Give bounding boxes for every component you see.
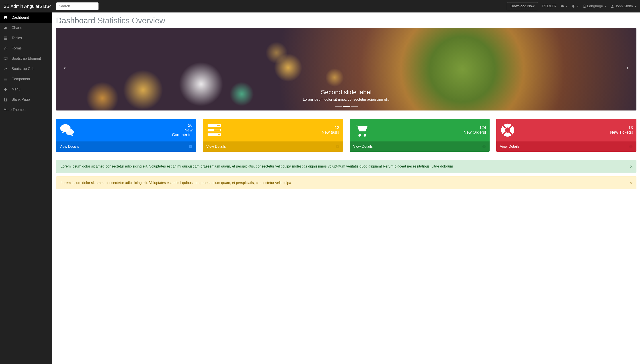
user-name: John Smith [615, 4, 633, 8]
download-button[interactable]: Download Now [507, 2, 538, 10]
stat-label: New [172, 128, 192, 132]
sidebar-item-dashboard[interactable]: Dashboard [0, 12, 52, 23]
stat-text: 26 New Comments! [172, 123, 192, 137]
carousel-prev-button[interactable] [62, 66, 67, 72]
svg-rect-15 [5, 78, 7, 78]
stat-footer-link[interactable]: View Details [203, 142, 343, 152]
svg-point-34 [482, 145, 486, 148]
chevron-left-icon [62, 66, 67, 70]
sidebar-item-menu[interactable]: Menu [0, 84, 52, 94]
topbar: SB Admin Angular5 BS4 Download Now RTL/L… [0, 0, 640, 12]
svg-rect-4 [5, 27, 6, 30]
alert-success: Lorem ipsum dolor sit amet, consectetur … [56, 160, 636, 173]
table-icon [4, 36, 8, 40]
arrow-circle-right-icon [336, 144, 340, 148]
stat-body: 13 New Tickets! [496, 119, 636, 142]
stat-footer-link[interactable]: View Details [350, 142, 490, 152]
topbar-right: Download Now RTL/LTR Language John Smith [507, 2, 636, 10]
stat-card-comments: 26 New Comments! View Details [56, 119, 196, 152]
svg-rect-19 [5, 80, 7, 80]
carousel: Second slide label Lorem ipsum dolor sit… [56, 28, 636, 110]
user-dropdown[interactable]: John Smith [610, 4, 636, 8]
edit-icon [4, 46, 8, 50]
sidebar-label: Tables [12, 36, 22, 40]
sidebar-item-charts[interactable]: Charts [0, 23, 52, 33]
stat-footer-link[interactable]: View Details [56, 142, 196, 152]
search-input[interactable] [56, 2, 98, 10]
sidebar-item-forms[interactable]: Forms [0, 43, 52, 54]
plus-icon [4, 87, 8, 91]
alert-close-button[interactable]: × [630, 163, 633, 170]
stat-body: 26 New Comments! [56, 119, 196, 142]
svg-rect-11 [4, 57, 7, 59]
page-title: Dashboard Statistics Overview [56, 16, 636, 26]
stat-text: 124 New Orders! [464, 126, 486, 135]
stat-body: 124 New Orders! [350, 119, 490, 142]
sidebar-item-blank-page[interactable]: Blank Page [0, 94, 52, 105]
svg-point-23 [66, 129, 74, 135]
sidebar-label: Dashboard [12, 16, 29, 20]
shopping-cart-icon [353, 122, 369, 138]
caret-icon [635, 6, 636, 7]
notifications-dropdown[interactable] [572, 4, 579, 8]
view-details-label: View Details [206, 144, 226, 148]
svg-point-1 [612, 5, 613, 6]
sidebar-label: Blank Page [12, 98, 30, 102]
svg-point-24 [189, 145, 192, 148]
file-icon [4, 98, 8, 102]
svg-point-2 [5, 18, 6, 18]
sidebar-label: Component [12, 77, 30, 81]
stat-label: New Orders! [464, 130, 486, 135]
carousel-next-button[interactable] [625, 66, 630, 72]
carousel-indicator-2[interactable] [343, 106, 350, 107]
sidebar-item-bootstrap-element[interactable]: Bootstrap Element [0, 54, 52, 64]
carousel-text: Lorem ipsum dolor sit amet, consectetur … [303, 98, 390, 102]
stat-label: Comments! [172, 132, 192, 137]
carousel-indicator-3[interactable] [351, 106, 358, 107]
svg-point-31 [336, 145, 339, 148]
desktop-icon [4, 56, 8, 60]
arrow-circle-right-icon [188, 144, 192, 148]
sidebar-label: Charts [12, 26, 22, 30]
alert-close-button[interactable]: × [630, 180, 633, 186]
svg-rect-3 [4, 28, 5, 30]
carousel-caption: Second slide label Lorem ipsum dolor sit… [303, 89, 390, 110]
stats-row: 26 New Comments! View Details 12 New tas… [56, 119, 636, 152]
stat-footer-link[interactable]: View Details [496, 142, 636, 152]
sidebar-label: Bootstrap Grid [12, 67, 34, 71]
stat-text: 13 New Tickets! [610, 126, 633, 135]
page-subtitle: Statistics Overview [98, 16, 165, 25]
divider [56, 115, 636, 115]
alert-text: Lorem ipsum dolor sit amet, consectetur … [60, 181, 291, 185]
stat-number: 12 [322, 126, 339, 130]
sidebar-item-bootstrap-grid[interactable]: Bootstrap Grid [0, 64, 52, 74]
rtl-ltr-toggle[interactable]: RTL/LTR [542, 4, 556, 8]
life-ring-icon [500, 122, 516, 138]
chevron-right-icon [625, 66, 630, 70]
svg-rect-16 [4, 79, 5, 79]
sidebar-item-component[interactable]: Component [0, 74, 52, 84]
sidebar-more-themes[interactable]: More Themes [0, 105, 52, 115]
bar-chart-icon [4, 26, 8, 30]
page-title-main: Dashboard [56, 16, 95, 25]
sidebar-item-tables[interactable]: Tables [0, 33, 52, 43]
divider [56, 156, 636, 156]
mail-dropdown[interactable] [560, 4, 568, 8]
dashboard-icon [4, 16, 8, 20]
svg-rect-30 [218, 134, 220, 136]
view-details-label: View Details [500, 144, 520, 148]
sidebar-label: Forms [12, 46, 22, 50]
view-details-label: View Details [353, 144, 373, 148]
stat-body: 12 New task! [203, 119, 343, 142]
stat-number: 13 [610, 126, 633, 130]
brand[interactable]: SB Admin Angular5 BS4 [4, 4, 52, 9]
comments-icon [60, 122, 75, 138]
tasks-icon [206, 122, 222, 138]
language-dropdown[interactable]: Language [583, 4, 606, 8]
view-details-label: View Details [60, 144, 79, 148]
stat-card-tickets: 13 New Tickets! View Details [496, 119, 636, 152]
arrow-circle-right-icon [629, 144, 633, 148]
carousel-indicator-1[interactable] [335, 106, 342, 107]
svg-point-35 [629, 145, 633, 148]
stat-card-tasks: 12 New task! View Details [203, 119, 343, 152]
